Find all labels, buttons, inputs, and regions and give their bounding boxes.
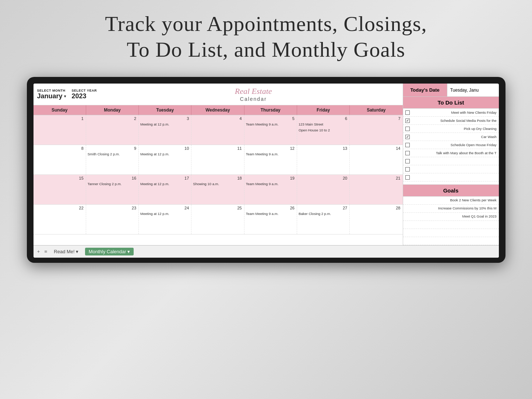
todo-text-4: Schedule Open House Friday <box>412 143 497 147</box>
cal-cell-2-1[interactable]: 16Tanner Closing 2 p.m. <box>86 175 139 204</box>
cal-cell-2-0[interactable]: 15 <box>34 175 86 204</box>
cell-number: 19 <box>246 176 295 181</box>
monthly-calendar-tab[interactable]: Monthly Calendar ▾ <box>85 248 134 255</box>
cal-cell-1-1[interactable]: 9Smith Closing 2 p.m. <box>86 145 139 174</box>
day-header-sunday: Sunday <box>34 105 86 115</box>
todo-item-3[interactable]: ✓Car Wash <box>403 133 499 141</box>
todo-checkbox-2[interactable] <box>405 127 410 131</box>
month-selector[interactable]: SELECT MONTH January ▾ <box>37 89 66 100</box>
todo-checkbox-4[interactable] <box>405 143 410 147</box>
cell-number: 22 <box>35 205 84 211</box>
cell-number: 25 <box>193 205 242 211</box>
todo-text-2: Pick up Dry Cleaning <box>412 127 497 131</box>
month-arrow-icon: ▾ <box>64 94 66 98</box>
cal-cell-0-4[interactable]: 5Team Meeting 9 a.m. <box>244 115 297 145</box>
cal-cell-2-4[interactable]: 19Team Meeting 9 a.m. <box>244 175 297 204</box>
cal-cell-1-2[interactable]: 10Meeting at 12 p.m. <box>139 145 191 174</box>
read-me-label: Read Me! <box>54 249 74 254</box>
cal-cell-3-4[interactable]: 26Team Meeting 9 a.m. <box>244 205 297 234</box>
cal-cell-0-0[interactable]: 1 <box>34 115 86 145</box>
todo-item-2[interactable]: Pick up Dry Cleaning <box>403 125 499 133</box>
month-value[interactable]: January ▾ <box>37 92 66 100</box>
todo-checkbox-0[interactable] <box>405 110 410 115</box>
todo-checkbox-7[interactable] <box>405 167 410 172</box>
todo-item-5[interactable]: Talk with Mary about the Booth at the T <box>403 149 499 157</box>
cell-number: 17 <box>140 176 190 181</box>
cell-event: Meeting at 12 p.m. <box>140 182 190 186</box>
cal-cell-0-2[interactable]: 3Meeting at 12 p.m. <box>139 115 191 145</box>
cal-cell-2-5[interactable]: 20 <box>297 175 350 204</box>
day-header-monday: Monday <box>86 105 139 115</box>
cal-cell-0-6[interactable]: 7 <box>350 115 402 145</box>
cal-cell-1-6[interactable]: 14 <box>350 145 402 174</box>
cal-cell-3-2[interactable]: 24Meeting at 12 p.m. <box>139 205 191 234</box>
goal-item-4 <box>403 229 499 237</box>
todo-checkbox-5[interactable] <box>405 151 410 155</box>
todo-item-1[interactable]: ✓Schedule Social Media Posts for the <box>403 117 499 125</box>
select-year-label: SELECT YEAR <box>72 89 97 92</box>
cell-number: 2 <box>88 116 137 121</box>
todo-list: Meet with New Clients Friday✓Schedule So… <box>403 109 499 181</box>
cal-cell-2-3[interactable]: 18Showing 10 a.m. <box>191 175 244 204</box>
todo-header: To Do List <box>403 97 499 109</box>
cal-cell-0-3[interactable]: 4 <box>191 115 244 145</box>
cal-cell-3-5[interactable]: 27Baker Closing 2 p.m. <box>297 205 350 234</box>
day-header-friday: Friday <box>297 105 350 115</box>
todo-item-4[interactable]: Schedule Open House Friday <box>403 141 499 149</box>
goal-item-2: Meet Q1 Goal in 2023 <box>403 213 499 221</box>
cal-cell-1-3[interactable]: 11 <box>191 145 244 174</box>
cell-number: 18 <box>193 176 242 181</box>
cell-event: Meeting at 12 p.m. <box>140 152 190 156</box>
day-header-saturday: Saturday <box>350 105 402 115</box>
spreadsheet: SELECT MONTH January ▾ SELECT YEAR 2023 … <box>34 84 499 258</box>
cal-cell-1-4[interactable]: 12Team Meeting 9 a.m. <box>244 145 297 174</box>
goal-item-3 <box>403 221 499 229</box>
today-date: Tuesday, Janu <box>447 84 499 96</box>
cal-week-1: 89Smith Closing 2 p.m.10Meeting at 12 p.… <box>34 145 403 175</box>
cal-cell-2-6[interactable]: 21 <box>350 175 402 204</box>
cal-cell-1-5[interactable]: 13 <box>297 145 350 174</box>
cal-cell-3-0[interactable]: 22 <box>34 205 86 234</box>
cell-event: Open House 10 to 2 <box>299 128 348 133</box>
cell-event: Showing 10 a.m. <box>193 182 242 186</box>
cal-cell-3-3[interactable]: 25 <box>191 205 244 234</box>
todo-checkbox-6[interactable] <box>405 159 410 163</box>
cal-title-plain: Calendar <box>240 96 267 102</box>
cal-cell-0-5[interactable]: 6123 Main StreetOpen House 10 to 2 <box>297 115 350 145</box>
menu-icon[interactable]: ≡ <box>44 249 47 255</box>
todo-checkbox-8[interactable] <box>405 175 410 180</box>
todo-item-8[interactable] <box>403 173 499 181</box>
cal-cell-0-1[interactable]: 2 <box>86 115 139 145</box>
todo-text-0: Meet with New Clients Friday <box>412 110 497 114</box>
goal-item-0: Book 2 New Clients per Week <box>403 197 499 205</box>
calendar-section: SELECT MONTH January ▾ SELECT YEAR 2023 … <box>34 84 403 245</box>
cell-number: 21 <box>351 176 401 181</box>
todo-text-5: Talk with Mary about the Booth at the T <box>412 151 497 155</box>
cal-cell-3-6[interactable]: 28 <box>350 205 402 234</box>
cal-week-0: 123Meeting at 12 p.m.45Team Meeting 9 a.… <box>34 115 403 145</box>
calendar-title: Real Estate Calendar <box>108 86 399 102</box>
cell-event: Team Meeting 9 a.m. <box>246 122 295 127</box>
year-selector[interactable]: SELECT YEAR 2023 <box>72 89 97 100</box>
cal-header: SELECT MONTH January ▾ SELECT YEAR 2023 … <box>34 84 403 105</box>
cell-number: 5 <box>246 116 295 121</box>
todo-checkbox-3[interactable]: ✓ <box>405 135 410 139</box>
monthly-calendar-label: Monthly Calendar <box>89 249 126 254</box>
cal-cell-2-2[interactable]: 17Meeting at 12 p.m. <box>139 175 191 204</box>
goal-item-1: Increase Commissions by 10% this M <box>403 205 499 213</box>
add-icon[interactable]: + <box>37 249 40 255</box>
read-me-tab[interactable]: Read Me! ▾ <box>52 248 80 255</box>
day-headers-row: Sunday Monday Tuesday Wednesday Thursday… <box>34 105 403 115</box>
cal-cell-3-1[interactable]: 23 <box>86 205 139 234</box>
todo-item-7[interactable] <box>403 165 499 173</box>
todo-item-6[interactable] <box>403 157 499 165</box>
cell-number: 6 <box>299 116 348 121</box>
cell-number: 10 <box>140 146 190 151</box>
todo-item-0[interactable]: Meet with New Clients Friday <box>403 109 499 117</box>
todo-checkbox-1[interactable]: ✓ <box>405 119 410 123</box>
day-header-thursday: Thursday <box>244 105 297 115</box>
cal-cell-1-0[interactable]: 8 <box>34 145 86 174</box>
cell-number: 27 <box>299 205 348 211</box>
cell-number: 4 <box>193 116 242 121</box>
cell-number: 9 <box>88 146 137 151</box>
